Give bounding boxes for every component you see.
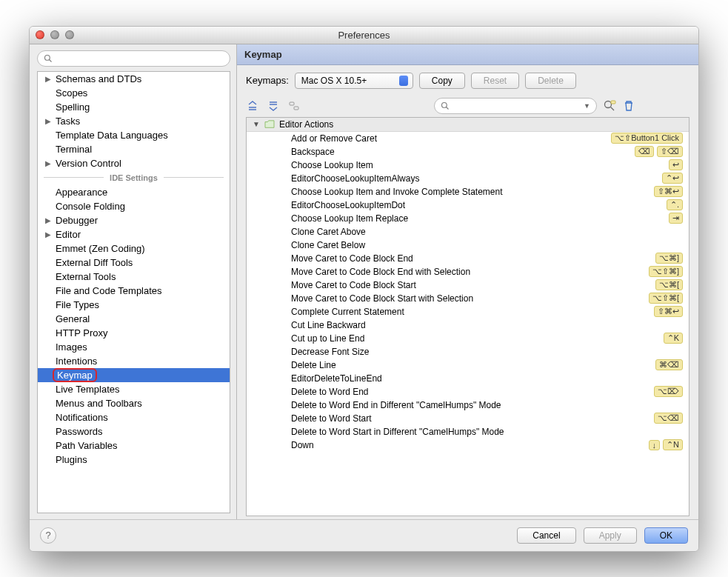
trash-icon[interactable] <box>622 99 635 113</box>
action-name: Choose Lookup Item Replace <box>291 213 666 224</box>
action-row[interactable]: Move Caret to Code Block Start with Sele… <box>247 292 689 305</box>
sidebar-item-scopes[interactable]: ▶Scopes <box>38 86 230 100</box>
sidebar-item-http-proxy[interactable]: ▶HTTP Proxy <box>38 326 230 340</box>
actions-list[interactable]: ▼ Editor Actions Add or Remove Caret⌥⇧Bu… <box>246 117 689 516</box>
sidebar-item-live-templates[interactable]: ▶Live Templates <box>38 382 230 396</box>
main-panel: Keymap Keymaps: Mac OS X 10.5+ Copy Rese… <box>237 44 698 519</box>
footer: ? Cancel Apply OK <box>30 519 698 551</box>
delete-button[interactable]: Delete <box>525 73 576 89</box>
sidebar-item-label: HTTP Proxy <box>54 327 108 338</box>
action-name: EditorDeleteToLineEnd <box>291 373 683 384</box>
sidebar-item-version-control[interactable]: ▶Version Control <box>38 156 230 170</box>
sidebar-item-label: Scopes <box>54 87 87 99</box>
help-button[interactable]: ? <box>40 527 56 544</box>
sidebar-item-label: Emmet (Zen Coding) <box>54 243 145 254</box>
action-row[interactable]: Down↓⌃N <box>247 438 689 452</box>
keymaps-value: Mac OS X 10.5+ <box>301 76 367 86</box>
chevron-down-icon[interactable]: ▼ <box>584 102 590 110</box>
sidebar-item-menus-and-toolbars[interactable]: ▶Menus and Toolbars <box>38 396 230 410</box>
find-by-shortcut-icon[interactable] <box>603 99 616 113</box>
action-row[interactable]: Add or Remove Caret⌥⇧Button1 Click <box>247 132 689 145</box>
sidebar-item-emmet-zen-coding-[interactable]: ▶Emmet (Zen Coding) <box>38 241 230 256</box>
action-name: EditorChooseLookupItemAlways <box>291 173 659 184</box>
sidebar-search-input[interactable] <box>56 53 224 64</box>
action-name: Clone Caret Below <box>291 240 683 250</box>
action-search[interactable]: ▼ <box>434 98 597 114</box>
sidebar-item-console-folding[interactable]: ▶Console Folding <box>38 199 230 213</box>
cancel-button[interactable]: Cancel <box>517 527 575 544</box>
editor-actions-group[interactable]: ▼ Editor Actions <box>247 118 689 132</box>
shortcut-badge: ⌥⇧⌘] <box>649 266 683 277</box>
action-row[interactable]: Move Caret to Code Block Start⌥⌘[ <box>247 279 689 292</box>
action-row[interactable]: Decrease Font Size <box>247 345 689 358</box>
keymaps-select[interactable]: Mac OS X 10.5+ <box>295 73 413 89</box>
sidebar-item-path-variables[interactable]: ▶Path Variables <box>38 438 230 453</box>
sidebar-item-label: File Types <box>54 299 99 310</box>
sidebar-item-keymap[interactable]: ▶Keymap <box>38 368 230 382</box>
sidebar-item-editor[interactable]: ▶Editor <box>38 227 230 241</box>
action-row[interactable]: Choose Lookup Item↩ <box>247 159 689 172</box>
action-row[interactable]: Delete to Word Start in Different "Camel… <box>247 425 689 438</box>
copy-button[interactable]: Copy <box>419 73 465 89</box>
chevron-right-icon: ▶ <box>45 230 54 239</box>
sidebar-item-debugger[interactable]: ▶Debugger <box>38 213 230 227</box>
sidebar-item-label: Spelling <box>54 101 90 113</box>
sidebar-item-plugins[interactable]: ▶Plugins <box>38 453 230 467</box>
sidebar-item-terminal[interactable]: ▶Terminal <box>38 142 230 156</box>
action-row[interactable]: Cut Line Backward <box>247 318 689 332</box>
action-row[interactable]: Backspace⌫⇧⌫ <box>247 145 689 159</box>
svg-line-1 <box>50 59 52 61</box>
action-row[interactable]: Clone Caret Below <box>247 239 689 252</box>
shortcut-badge: ⇧⌫ <box>657 146 683 157</box>
action-row[interactable]: EditorChooseLookupItemDot⌃. <box>247 199 689 212</box>
sidebar-item-notifications[interactable]: ▶Notifications <box>38 410 230 424</box>
sidebar-search[interactable] <box>37 50 230 67</box>
collapse-all-icon[interactable] <box>267 99 280 113</box>
sidebar-item-label: Debugger <box>54 215 98 226</box>
sidebar-item-external-tools[interactable]: ▶External Tools <box>38 270 230 284</box>
reset-button[interactable]: Reset <box>471 73 519 89</box>
sidebar-item-label: Live Templates <box>54 384 119 395</box>
action-row[interactable]: Cut up to Line End⌃K <box>247 332 689 345</box>
sidebar-item-file-types[interactable]: ▶File Types <box>38 298 230 312</box>
sidebar-item-intentions[interactable]: ▶Intentions <box>38 354 230 368</box>
action-row[interactable]: Clone Caret Above <box>247 225 689 239</box>
shortcut-badge: ↓ <box>649 440 661 450</box>
sidebar-item-appearance[interactable]: ▶Appearance <box>38 185 230 199</box>
shortcut-badge: ⌥⇧⌘[ <box>649 293 683 304</box>
action-row[interactable]: Delete to Word Start⌥⌫ <box>247 412 689 425</box>
action-row[interactable]: Move Caret to Code Block End with Select… <box>247 265 689 279</box>
sidebar-item-tasks[interactable]: ▶Tasks <box>38 114 230 128</box>
action-row[interactable]: Delete Line⌘⌫ <box>247 358 689 372</box>
action-row[interactable]: Move Caret to Code Block End⌥⌘] <box>247 252 689 265</box>
action-name: Add or Remove Caret <box>291 133 608 144</box>
action-row[interactable]: Delete to Word End⌥⌦ <box>247 385 689 398</box>
sidebar-item-label: Editor <box>54 229 81 240</box>
sidebar-item-schemas-and-dtds[interactable]: ▶Schemas and DTDs <box>38 72 230 86</box>
sidebar-item-spelling[interactable]: ▶Spelling <box>38 100 230 114</box>
ok-button[interactable]: OK <box>644 527 688 544</box>
sidebar-item-passwords[interactable]: ▶Passwords <box>38 424 230 438</box>
action-row[interactable]: Choose Lookup Item Replace⇥ <box>247 212 689 225</box>
sidebar-item-general[interactable]: ▶General <box>38 312 230 326</box>
action-row[interactable]: Choose Lookup Item and Invoke Complete S… <box>247 185 689 199</box>
sidebar-item-label: Tasks <box>54 116 80 127</box>
edit-shortcut-icon[interactable] <box>287 99 301 113</box>
chevron-down-icon: ▼ <box>253 120 260 128</box>
action-row[interactable]: EditorDeleteToLineEnd <box>247 372 689 385</box>
action-name: Cut Line Backward <box>291 320 683 330</box>
action-row[interactable]: EditorChooseLookupItemAlways⌃↩ <box>247 172 689 185</box>
sidebar-item-file-and-code-templates[interactable]: ▶File and Code Templates <box>38 284 230 298</box>
expand-all-icon[interactable] <box>246 99 259 113</box>
sidebar-item-label: Plugins <box>54 454 87 465</box>
sidebar-item-external-diff-tools[interactable]: ▶External Diff Tools <box>38 256 230 270</box>
action-name: Complete Current Statement <box>291 307 651 317</box>
settings-tree[interactable]: ▶Schemas and DTDs▶Scopes▶Spelling▶Tasks▶… <box>37 71 230 513</box>
apply-button[interactable]: Apply <box>584 527 637 544</box>
action-search-input[interactable] <box>453 101 584 111</box>
shortcut-badge: ⌃. <box>667 199 683 210</box>
action-row[interactable]: Delete to Word End in Different "CamelHu… <box>247 398 689 412</box>
action-row[interactable]: Complete Current Statement⇧⌘↩ <box>247 305 689 318</box>
sidebar-item-template-data-languages[interactable]: ▶Template Data Languages <box>38 128 230 142</box>
sidebar-item-images[interactable]: ▶Images <box>38 340 230 354</box>
